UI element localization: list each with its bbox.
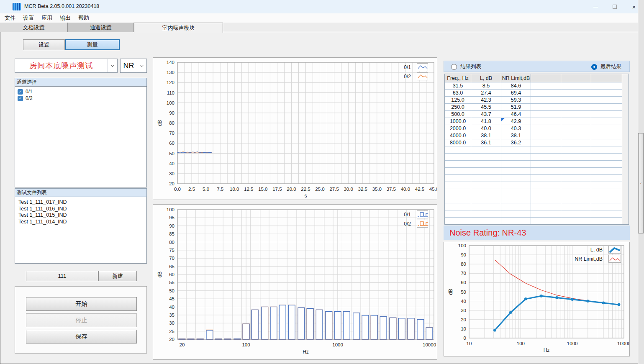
svg-text:100: 100 bbox=[242, 342, 250, 347]
channel-list: ✓0/1✓0/2 bbox=[15, 86, 147, 187]
table-row[interactable]: 250.045.551.9 bbox=[445, 104, 629, 111]
table-empty-row[interactable] bbox=[445, 218, 629, 225]
cell bbox=[445, 210, 471, 218]
results-table: Freq., HzL, dBNR Limit,dB31.58.584.663.0… bbox=[444, 74, 629, 225]
cell: 250.0 bbox=[445, 104, 471, 111]
cell: 125.0 bbox=[445, 97, 471, 104]
cell bbox=[591, 90, 622, 97]
tab-2-active[interactable]: 室内噪声模块 bbox=[134, 23, 223, 33]
cell bbox=[531, 182, 561, 189]
cell bbox=[531, 189, 561, 196]
file-list-item[interactable]: Test 1_111_016_IND bbox=[15, 206, 146, 213]
cell bbox=[501, 218, 531, 225]
svg-text:45: 45 bbox=[169, 296, 174, 301]
cell bbox=[561, 118, 591, 125]
cell bbox=[591, 210, 622, 218]
table-empty-row[interactable] bbox=[445, 168, 629, 175]
cell bbox=[561, 218, 591, 225]
table-row[interactable]: 4000.038.138.1 bbox=[445, 132, 629, 139]
maximize-button[interactable] bbox=[605, 0, 624, 13]
cell: 40.3 bbox=[501, 125, 531, 132]
result-list-radio[interactable]: 结果列表 bbox=[451, 61, 481, 72]
cell: 36.2 bbox=[501, 139, 531, 146]
window-title: MCR Beta 2.05.0.001 20230418 bbox=[24, 3, 99, 9]
table-row[interactable]: 1000.041.842.9 bbox=[445, 118, 629, 125]
file-section-header: 测试文件列表 bbox=[15, 188, 147, 197]
app-logo-icon bbox=[13, 3, 21, 10]
cell bbox=[445, 161, 471, 168]
svg-text:35: 35 bbox=[169, 313, 174, 318]
nr-chart-panel: 010203040506070809010010100100010000HzdB… bbox=[444, 242, 630, 356]
last-result-radio[interactable]: 最后结果 bbox=[591, 61, 621, 72]
menu-item-1[interactable]: 设置 bbox=[19, 13, 38, 23]
table-empty-row[interactable] bbox=[445, 154, 629, 161]
menu-item-4[interactable]: 帮助 bbox=[74, 13, 93, 23]
svg-text:s: s bbox=[305, 193, 307, 199]
cell bbox=[445, 203, 471, 210]
rating-type-combobox[interactable]: NR bbox=[120, 59, 147, 73]
svg-text:32.5: 32.5 bbox=[358, 187, 367, 192]
file-list-item[interactable]: Test 1_111_014_IND bbox=[15, 219, 146, 226]
table-empty-row[interactable] bbox=[445, 175, 629, 182]
file-name-input[interactable]: 111 bbox=[26, 271, 98, 281]
table-empty-row[interactable] bbox=[445, 146, 629, 154]
legend-row: NR Limit,dB bbox=[575, 255, 621, 263]
svg-text:50: 50 bbox=[169, 288, 174, 293]
channel-item[interactable]: ✓0/1 bbox=[15, 88, 146, 95]
table-row[interactable]: 31.58.584.6 bbox=[445, 82, 629, 90]
line-series-icon bbox=[608, 255, 621, 263]
cell bbox=[591, 203, 622, 210]
svg-text:dB: dB bbox=[157, 120, 163, 126]
save-button[interactable]: 保存 bbox=[26, 330, 137, 343]
checkbox-checked-icon[interactable]: ✓ bbox=[18, 96, 23, 101]
test-type-value: 房间本底噪声测试 bbox=[30, 61, 93, 71]
svg-text:10: 10 bbox=[467, 341, 472, 346]
svg-text:2.5: 2.5 bbox=[188, 187, 195, 192]
new-button[interactable]: 新建 bbox=[98, 271, 137, 281]
tab-measure[interactable]: 测量 bbox=[65, 39, 120, 50]
collapse-panel-button[interactable]: ‹ bbox=[638, 133, 644, 233]
tab-0[interactable]: 文档设置 bbox=[0, 23, 68, 32]
table-row[interactable]: 125.042.359.3 bbox=[445, 97, 629, 104]
cell bbox=[591, 82, 622, 90]
menu-item-3[interactable]: 输出 bbox=[56, 13, 74, 23]
menu-item-2[interactable]: 应用 bbox=[38, 13, 56, 23]
table-row[interactable]: 8000.036.136.2 bbox=[445, 139, 629, 146]
cell bbox=[561, 90, 591, 97]
file-list-item[interactable]: Test 1_111_015_IND bbox=[15, 212, 146, 219]
table-empty-row[interactable] bbox=[445, 210, 629, 218]
table-row[interactable]: 500.043.746.4 bbox=[445, 111, 629, 118]
test-type-combobox[interactable]: 房间本底噪声测试 bbox=[15, 59, 118, 73]
file-list-item[interactable]: Test 1_111_017_IND bbox=[15, 199, 146, 206]
cell bbox=[445, 175, 471, 182]
tab-1[interactable]: 通道设置 bbox=[68, 23, 134, 32]
svg-text:20: 20 bbox=[169, 337, 174, 342]
chevron-down-icon[interactable] bbox=[108, 59, 117, 72]
result-view-toggle: 结果列表 最后结果 bbox=[444, 61, 630, 72]
tab-settings[interactable]: 设置 bbox=[23, 39, 65, 50]
radio-selected-icon bbox=[591, 64, 597, 70]
table-empty-row[interactable] bbox=[445, 189, 629, 196]
table-empty-row[interactable] bbox=[445, 203, 629, 210]
chevron-down-icon[interactable] bbox=[137, 59, 146, 72]
start-button[interactable]: 开始 bbox=[26, 297, 137, 311]
table-empty-row[interactable] bbox=[445, 182, 629, 189]
table-row[interactable]: 63.027.469.4 bbox=[445, 90, 629, 97]
checkbox-checked-icon[interactable]: ✓ bbox=[18, 89, 23, 95]
table-empty-row[interactable] bbox=[445, 161, 629, 168]
menu-bar: 文件设置应用输出帮助 bbox=[0, 13, 644, 23]
cell: 42.3 bbox=[471, 97, 501, 104]
table-row[interactable]: 2000.040.040.3 bbox=[445, 125, 629, 132]
header-cell: NR Limit,dB bbox=[501, 74, 531, 82]
menu-item-0[interactable]: 文件 bbox=[1, 13, 19, 23]
cell bbox=[591, 118, 622, 125]
cell: 500.0 bbox=[445, 111, 471, 118]
channel-item[interactable]: ✓0/2 bbox=[15, 95, 146, 102]
cell bbox=[561, 82, 591, 90]
cell bbox=[471, 196, 501, 203]
table-empty-row[interactable] bbox=[445, 196, 629, 203]
legend-row: 0/2 bbox=[404, 72, 428, 80]
minimize-button[interactable] bbox=[586, 0, 605, 13]
channel-section-header: 通道选择 bbox=[15, 78, 147, 87]
cell bbox=[531, 111, 561, 118]
